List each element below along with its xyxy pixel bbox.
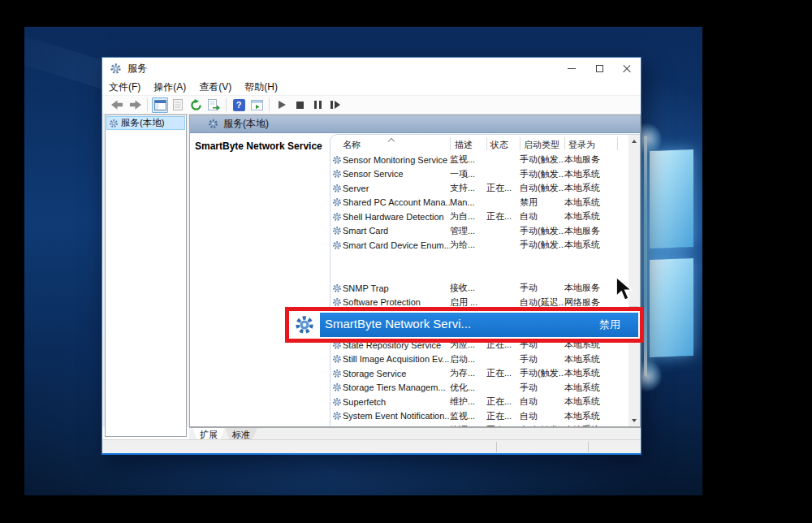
table-row[interactable]: Storage Tiers Managem... 优化... 手动 本地系统 <box>330 381 628 395</box>
service-gear-icon <box>332 184 342 193</box>
service-gear-icon <box>332 197 342 207</box>
table-row[interactable]: Shell Hardware Detection 为自... 正在... 自动 … <box>330 210 628 224</box>
column-name[interactable]: 名称 <box>343 139 361 151</box>
screen: 服务 文件(F) 操作(A) 查看(V) 帮助(H) <box>0 0 812 523</box>
selected-service-name: SmartByte Network Servi... <box>325 317 471 331</box>
export-list-button[interactable] <box>205 97 222 113</box>
table-row[interactable]: Still Image Acquisition Ev... 启动... 手动 本… <box>330 352 628 367</box>
status-bar <box>102 439 641 453</box>
console-tree-pane: 服务(本地) <box>105 115 187 437</box>
selected-service-row[interactable]: SmartByte Network Servi... 禁用 <box>289 311 640 339</box>
refresh-button[interactable] <box>188 97 204 113</box>
menu-bar: 文件(F) 操作(A) 查看(V) 帮助(H) <box>102 80 641 96</box>
table-row[interactable]: Shared PC Account Mana... Man... 禁用 本地系统 <box>330 196 628 210</box>
restart-icon <box>330 101 340 109</box>
table-row[interactable]: Smart Card 管理... 手动(触发... 本地服务 <box>330 224 628 239</box>
column-description[interactable]: 描述 <box>455 139 473 151</box>
tree-item-label: 服务(本地) <box>121 117 165 129</box>
scroll-up-icon <box>632 140 637 143</box>
restart-service-button[interactable] <box>327 97 343 113</box>
service-gear-icon <box>294 314 315 335</box>
list-column-headers: 名称 描述 状态 启动类型 登录为 <box>330 135 628 153</box>
table-row[interactable]: Sensor Service 一项... 手动(触发... 本地系统 <box>330 167 628 182</box>
mouse-cursor <box>615 276 636 302</box>
export-list-icon <box>208 99 220 110</box>
annotation-red-box: SmartByte Network Servi... 禁用 <box>285 307 644 343</box>
close-button[interactable] <box>613 58 641 80</box>
forward-button[interactable] <box>127 97 143 113</box>
table-row[interactable]: SNMP Trap 接收... 手动 本地服务 <box>330 281 628 296</box>
pause-icon <box>314 101 322 109</box>
tree-item-services-local[interactable]: 服务(本地) <box>106 116 185 130</box>
menu-action[interactable]: 操作(A) <box>147 80 192 95</box>
console-body: 服务(本地) 服务(本地) SmartByte Network Service … <box>102 115 641 427</box>
service-gear-icon <box>332 354 342 364</box>
service-gear-icon <box>332 369 342 378</box>
menu-file[interactable]: 文件(F) <box>102 80 147 95</box>
service-gear-icon <box>332 397 342 407</box>
table-row[interactable]: Superfetch 维护... 正在... 自动 本地系统 <box>330 395 628 409</box>
service-gear-icon <box>332 426 342 426</box>
table-row[interactable]: Smart Card Device Enum... 为给... 手动(触发...… <box>330 238 628 253</box>
service-gear-icon <box>332 212 342 222</box>
service-gear-icon <box>332 297 342 307</box>
scroll-down-button[interactable] <box>628 414 640 426</box>
table-row[interactable]: System Events Broker 协调... 正在... 自动(触发..… <box>330 423 628 426</box>
sort-ascending-icon <box>388 138 395 145</box>
show-action-pane-button[interactable] <box>248 97 265 113</box>
column-startup-type[interactable]: 启动类型 <box>524 139 559 151</box>
toolbar-separator <box>269 98 270 111</box>
services-window: 服务 文件(F) 操作(A) 查看(V) 帮助(H) <box>102 57 641 455</box>
help-button[interactable]: ? <box>231 97 247 113</box>
menu-view[interactable]: 查看(V) <box>192 80 238 95</box>
service-gear-icon <box>332 283 342 293</box>
back-arrow-icon <box>111 100 123 110</box>
show-console-tree-button[interactable] <box>152 97 168 113</box>
back-button[interactable] <box>109 97 125 113</box>
help-icon: ? <box>233 99 245 111</box>
stop-service-button[interactable] <box>292 97 308 113</box>
toolbar: ? <box>102 96 641 115</box>
action-pane-icon <box>251 100 263 110</box>
play-icon <box>279 101 286 109</box>
pause-service-button[interactable] <box>309 97 326 113</box>
view-header-label: 服务(本地) <box>223 117 269 131</box>
title-bar: 服务 <box>102 58 641 80</box>
close-icon <box>623 65 631 73</box>
window-title: 服务 <box>127 62 147 76</box>
windows-logo <box>637 123 702 391</box>
refresh-icon <box>190 99 202 111</box>
table-row[interactable]: Storage Service 为存... 正在... 手动(触发... 本地系… <box>330 366 628 381</box>
selected-service-startup-type: 禁用 <box>599 318 620 332</box>
services-app-icon <box>110 63 122 75</box>
service-gear-icon <box>332 155 342 165</box>
forward-arrow-icon <box>129 100 141 110</box>
stop-icon <box>296 102 304 109</box>
toolbar-separator <box>147 98 148 111</box>
maximize-button[interactable] <box>585 58 613 80</box>
service-gear-icon <box>332 240 342 250</box>
service-gear-icon <box>109 119 119 128</box>
minimize-button[interactable] <box>558 58 585 80</box>
start-service-button[interactable] <box>274 97 290 113</box>
column-status[interactable]: 状态 <box>490 139 508 151</box>
view-header: 服务(本地) <box>190 115 640 133</box>
service-gear-icon <box>332 383 342 392</box>
properties-button[interactable] <box>170 97 186 113</box>
table-row[interactable]: System Event Notification... 监视... 正在...… <box>330 409 628 424</box>
scroll-up-button[interactable] <box>628 135 640 147</box>
toolbar-separator <box>226 98 227 111</box>
menu-help[interactable]: 帮助(H) <box>238 80 284 95</box>
service-gear-icon <box>332 226 342 236</box>
minimize-icon <box>568 68 576 69</box>
table-row[interactable]: Server 支持... 正在... 自动(触发... 本地系统 <box>330 181 628 196</box>
scroll-down-icon <box>632 419 637 422</box>
console-tree-icon <box>154 100 166 110</box>
service-rows-above: Sensor Monitoring Service 监视... 手动(触发...… <box>330 153 628 253</box>
maximize-icon <box>596 65 603 72</box>
column-logon-as[interactable]: 登录为 <box>568 139 595 151</box>
properties-icon <box>173 99 183 110</box>
table-row[interactable]: Sensor Monitoring Service 监视... 手动(触发...… <box>330 153 628 167</box>
service-gear-icon <box>332 169 342 179</box>
services-view-pane: 服务(本地) SmartByte Network Service 名称 描述 状… <box>189 115 641 427</box>
